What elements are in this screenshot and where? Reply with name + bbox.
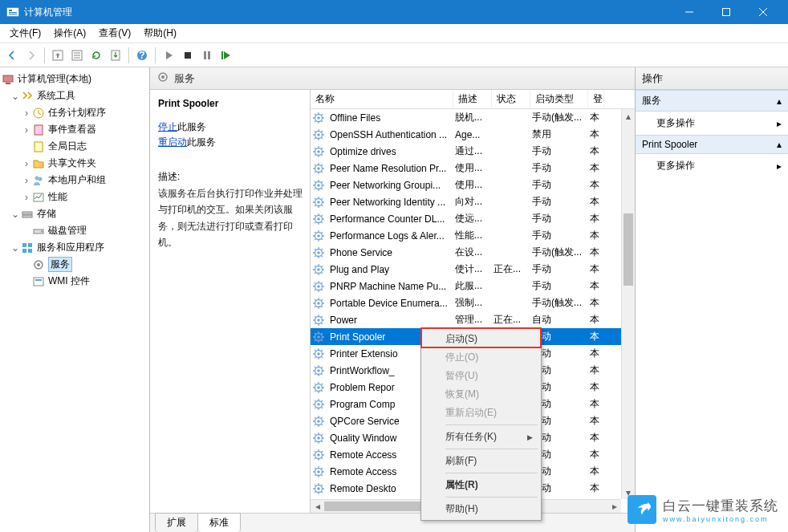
action-more-1[interactable]: 更多操作▸ <box>636 112 788 135</box>
table-row[interactable]: Power管理...正在...自动本 <box>311 311 635 328</box>
svg-line-50 <box>315 120 316 122</box>
table-row[interactable]: Peer Name Resolution Pr...使用...手动本 <box>311 160 635 177</box>
restart-tool-button[interactable] <box>217 47 235 64</box>
tree-services-apps[interactable]: 服务和应用程序 <box>37 241 104 254</box>
tree-performance[interactable]: 性能 <box>48 190 67 204</box>
description-text: 该服务在后台执行打印作业并处理与打印机的交互。如果关闭该服务，则无法进行打印或查… <box>158 185 305 251</box>
watermark-url: www.baiyunxitong.com <box>663 515 778 523</box>
minimize-button[interactable] <box>671 0 708 24</box>
table-row[interactable]: Phone Service在设...手动(触发...本 <box>311 244 635 261</box>
svg-line-108 <box>315 215 316 217</box>
scroll-thumb[interactable] <box>623 213 633 286</box>
gear-icon <box>312 347 325 360</box>
expand-icon[interactable]: › <box>21 175 32 186</box>
refresh-button[interactable] <box>87 47 105 64</box>
cell-name: Peer Name Resolution Pr... <box>328 163 453 174</box>
ctx-pause[interactable]: 暂停(U) <box>423 367 539 385</box>
tree-task-scheduler[interactable]: 任务计划程序 <box>48 106 106 120</box>
disk-icon <box>32 225 45 238</box>
tree-event-viewer[interactable]: 事件查看器 <box>48 123 96 136</box>
col-startup[interactable]: 启动类型 <box>530 90 588 108</box>
col-logon[interactable]: 登 <box>588 90 604 108</box>
table-row[interactable]: Portable Device Enumera...强制...手动(触发...本 <box>311 294 635 311</box>
tab-extended[interactable]: 扩展 <box>155 513 198 532</box>
cell-name: Performance Logs & Aler... <box>328 230 453 242</box>
maximize-button[interactable] <box>708 0 745 24</box>
action-more-2[interactable]: 更多操作▸ <box>636 154 788 177</box>
tree-system-tools[interactable]: 系统工具 <box>37 89 75 103</box>
gear-icon <box>312 213 325 225</box>
expand-icon[interactable]: › <box>21 124 32 136</box>
ctx-all-tasks[interactable]: 所有任务(K)▶ <box>423 428 539 446</box>
expand-icon[interactable]: › <box>21 192 32 203</box>
svg-rect-38 <box>34 278 43 286</box>
close-button[interactable] <box>745 0 782 24</box>
collapse-icon[interactable]: ⌄ <box>10 242 21 254</box>
scroll-left-icon[interactable]: ◂ <box>311 500 324 513</box>
menu-view[interactable]: 查看(V) <box>92 25 137 42</box>
table-row[interactable]: OpenSSH Authentication ...Age...禁用本 <box>311 126 635 143</box>
table-row[interactable]: Peer Networking Groupi...使用...手动本 <box>311 177 635 193</box>
collapse-icon[interactable]: ⌄ <box>10 209 21 220</box>
properties-button[interactable] <box>68 47 86 64</box>
ctx-stop[interactable]: 停止(O) <box>423 348 539 367</box>
ctx-refresh[interactable]: 刷新(F) <box>423 452 539 470</box>
cell-logon: 本 <box>588 212 604 225</box>
table-row[interactable]: Optimize drives通过...手动本 <box>311 143 635 160</box>
expand-icon[interactable]: › <box>21 108 32 119</box>
menu-file[interactable]: 文件(F) <box>3 25 47 42</box>
tree-storage[interactable]: 存储 <box>37 207 56 221</box>
tree-wmi[interactable]: WMI 控件 <box>48 274 90 288</box>
svg-point-243 <box>317 453 320 457</box>
cell-desc: 在设... <box>453 246 492 259</box>
table-row[interactable]: PNRP Machine Name Pu...此服...手动本 <box>311 278 635 294</box>
cell-desc: 通过... <box>453 144 492 158</box>
back-button[interactable] <box>3 47 21 64</box>
col-name[interactable]: 名称 <box>311 90 453 108</box>
table-row[interactable]: Plug and Play使计...正在...手动本 <box>311 261 635 278</box>
expand-icon[interactable]: › <box>21 158 32 169</box>
pause-tool-button[interactable] <box>198 47 216 64</box>
play-button[interactable] <box>160 47 177 64</box>
col-desc[interactable]: 描述 <box>453 90 492 108</box>
help-button[interactable]: ? <box>133 47 151 64</box>
ctx-restart[interactable]: 重新启动(E) <box>423 404 539 422</box>
forward-button[interactable] <box>22 47 40 64</box>
vertical-scrollbar[interactable]: ▴ ▾ <box>621 109 635 499</box>
tree-local-users[interactable]: 本地用户和组 <box>48 173 106 187</box>
restart-service-link[interactable]: 重启动 <box>158 136 187 148</box>
svg-rect-17 <box>204 51 206 59</box>
tree-services[interactable]: 服务 <box>48 257 72 272</box>
up-button[interactable] <box>49 47 67 64</box>
ctx-resume[interactable]: 恢复(M) <box>423 385 539 404</box>
window-title: 计算机管理 <box>24 6 671 19</box>
ctx-start[interactable]: 启动(S) <box>423 330 539 348</box>
col-status[interactable]: 状态 <box>492 90 530 108</box>
tree-disk-mgmt[interactable]: 磁盘管理 <box>48 224 87 238</box>
table-row[interactable]: Performance Counter DL...使远...手动本 <box>311 210 635 227</box>
menu-help[interactable]: 帮助(H) <box>137 25 183 42</box>
collapse-icon[interactable]: ⌄ <box>10 91 21 102</box>
table-row[interactable]: Peer Networking Identity ...向对...手动本 <box>311 193 635 210</box>
scroll-right-icon[interactable]: ▸ <box>607 500 621 513</box>
ctx-properties[interactable]: 属性(R) <box>423 476 539 494</box>
ctx-help[interactable]: 帮助(H) <box>423 500 539 518</box>
menu-action[interactable]: 操作(A) <box>47 25 92 42</box>
tab-standard[interactable]: 标准 <box>197 513 241 532</box>
svg-line-80 <box>315 171 316 173</box>
action-group-services[interactable]: 服务▴ <box>636 90 788 112</box>
action-group-printspooler[interactable]: Print Spooler▴ <box>636 135 788 154</box>
stop-tool-button[interactable] <box>179 47 197 64</box>
svg-line-179 <box>322 339 323 341</box>
scroll-up-icon[interactable]: ▴ <box>622 109 635 123</box>
table-row[interactable]: Offline Files脱机...手动(触发...本 <box>311 109 635 126</box>
svg-line-241 <box>322 434 323 436</box>
tree-global-log[interactable]: 全局日志 <box>48 140 87 153</box>
tree-root[interactable]: 计算机管理(本地) <box>18 72 91 86</box>
export-button[interactable] <box>107 47 124 64</box>
stop-service-link[interactable]: 停止 <box>158 121 177 132</box>
gear-icon <box>156 71 169 86</box>
tree-shared-folders[interactable]: 共享文件夹 <box>48 156 96 170</box>
svg-rect-20 <box>3 75 13 82</box>
table-row[interactable]: Performance Logs & Aler...性能...手动本 <box>311 227 635 244</box>
